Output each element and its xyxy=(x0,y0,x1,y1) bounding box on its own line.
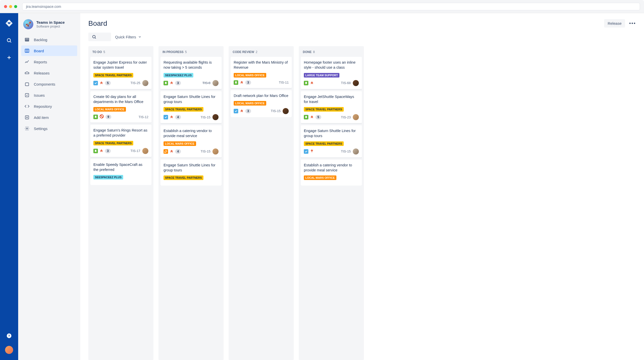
issue-card[interactable]: Engage JetShuttle SpaceWays for travelSP… xyxy=(301,91,362,123)
maximize-window-button[interactable] xyxy=(14,5,17,8)
issue-card[interactable]: Register with the Mars Ministry of Reven… xyxy=(231,57,292,88)
epic-tag[interactable]: LARGE TEAM SUPPORT xyxy=(304,73,339,78)
project-avatar-icon: 🚀 xyxy=(23,19,33,29)
issue-card[interactable]: Engage Saturn Shuttle Lines for group to… xyxy=(160,91,222,123)
more-menu-icon[interactable]: ••• xyxy=(629,20,636,26)
issue-card[interactable]: Establish a catering vendor to provide m… xyxy=(301,160,362,186)
assignee-avatar[interactable] xyxy=(283,108,289,114)
highest-priority-icon xyxy=(170,81,174,86)
column-cards: Engage Jupiter Express for outer solar s… xyxy=(90,57,151,185)
assignee-avatar[interactable] xyxy=(142,148,148,154)
issue-card[interactable]: Engage Jupiter Express for outer solar s… xyxy=(90,57,151,89)
epic-tag[interactable]: SPACE TRAVEL PARTNERS xyxy=(93,141,133,145)
svg-rect-5 xyxy=(25,41,29,41)
issue-card[interactable]: Homepage footer uses an inline style - s… xyxy=(301,57,362,89)
column-cards: Register with the Mars Ministry of Reven… xyxy=(231,57,292,117)
column-count: 5 xyxy=(185,50,187,54)
sidebar-item-reports[interactable]: Reports xyxy=(21,57,77,67)
search-icon xyxy=(92,35,96,39)
issue-key[interactable]: TIS-17 xyxy=(130,149,140,153)
issue-key[interactable]: TIS-25 xyxy=(130,81,140,85)
epic-tag[interactable]: LOCAL MARS OFFICE xyxy=(93,107,126,112)
svg-rect-6 xyxy=(25,49,29,52)
column-header: DONE8 xyxy=(301,49,362,57)
board-icon xyxy=(24,48,30,54)
assignee-avatar[interactable] xyxy=(353,80,359,86)
issue-key[interactable]: TIS-15 xyxy=(201,149,210,153)
issue-card[interactable]: Engage Saturn Shuttle Lines for group to… xyxy=(301,125,362,158)
card-title: Engage Saturn Shuttle Lines for group to… xyxy=(164,94,219,105)
sidebar-item-issues[interactable]: Issues xyxy=(21,90,77,100)
svg-text:?: ? xyxy=(8,334,10,338)
card-title: Register with the Mars Ministry of Reven… xyxy=(234,60,289,70)
sidebar-item-repository[interactable]: Repository xyxy=(21,101,77,112)
sidebar-label: Issues xyxy=(34,93,45,97)
epic-tag[interactable]: SPACE TRAVEL PARTNERS xyxy=(164,107,203,112)
url-bar[interactable]: jira.teamsinspace.com xyxy=(22,3,640,10)
card-title: Draft network plan for Mars Office xyxy=(234,93,289,98)
card-title: Engage Saturn's Rings Resort as a prefer… xyxy=(93,128,148,138)
epic-tag[interactable]: SEESPACEEZ PLUS xyxy=(164,73,193,78)
sidebar-item-backlog[interactable]: Backlog xyxy=(21,34,77,45)
sidebar-item-settings[interactable]: Settings xyxy=(21,123,77,134)
issue-key[interactable]: TIS-11 xyxy=(279,81,289,84)
assignee-avatar[interactable] xyxy=(353,148,359,155)
issue-key[interactable]: TIS-23 xyxy=(341,115,351,119)
search-icon[interactable] xyxy=(4,35,14,45)
releases-icon xyxy=(24,70,30,76)
story-type-icon xyxy=(234,80,238,85)
issue-card[interactable]: Create 90 day plans for all departments … xyxy=(90,91,151,123)
epic-tag[interactable]: SEESPACEEZ PLUS xyxy=(93,175,123,179)
sidebar-item-board[interactable]: Board xyxy=(21,45,77,56)
issue-card[interactable]: Enable Speedy SpaceCraft as the preferre… xyxy=(90,159,151,185)
high-priority-icon xyxy=(310,149,314,154)
column-title: DONE xyxy=(303,50,312,54)
assignee-avatar[interactable] xyxy=(142,80,148,86)
issue-card[interactable]: Engage Saturn's Rings Resort as a prefer… xyxy=(90,125,151,157)
assignee-avatar[interactable] xyxy=(212,80,219,86)
epic-tag[interactable]: LOCAL MARS OFFICE xyxy=(304,175,336,180)
create-icon[interactable] xyxy=(4,53,14,63)
highest-priority-icon xyxy=(99,81,103,86)
issue-key[interactable]: TIS-8 xyxy=(202,81,210,85)
issue-card[interactable]: Establish a catering vendor to provide m… xyxy=(160,125,222,158)
quick-filters-dropdown[interactable]: Quick Filters xyxy=(115,35,142,39)
page-title: Board xyxy=(88,19,107,28)
assignee-avatar[interactable] xyxy=(353,114,359,120)
user-avatar[interactable] xyxy=(5,346,13,354)
epic-tag[interactable]: SPACE TRAVEL PARTNERS xyxy=(304,107,344,112)
issue-card[interactable]: Requesting available flights is now taki… xyxy=(160,57,222,89)
epic-tag[interactable]: LOCAL MARS OFFICE xyxy=(234,101,266,106)
card-title: Establish a catering vendor to provide m… xyxy=(304,163,359,173)
minimize-window-button[interactable] xyxy=(9,5,12,8)
close-window-button[interactable] xyxy=(4,5,7,8)
board-search-input[interactable] xyxy=(88,33,111,41)
jira-logo-icon[interactable] xyxy=(5,19,13,28)
task-type-icon xyxy=(304,149,308,154)
issue-card[interactable]: Draft network plan for Mars OfficeLOCAL … xyxy=(231,90,292,117)
issue-card[interactable]: Engage Saturn Shuttle Lines for group to… xyxy=(160,160,222,186)
issue-key[interactable]: TIS-15 xyxy=(341,149,351,153)
epic-tag[interactable]: SPACE TRAVEL PARTNERS xyxy=(164,175,203,180)
epic-tag[interactable]: LOCAL MARS OFFICE xyxy=(164,141,196,146)
sidebar-item-add[interactable]: Add item xyxy=(21,112,77,123)
sidebar-label: Add item xyxy=(34,115,49,120)
release-button[interactable]: Release xyxy=(604,19,625,28)
epic-tag[interactable]: LOCAL MARS OFFICE xyxy=(234,73,266,78)
help-icon[interactable]: ? xyxy=(4,331,14,341)
epic-tag[interactable]: SPACE TRAVEL PARTNERS xyxy=(304,141,344,146)
column-header: CODE REVIEW2 xyxy=(231,49,292,57)
sidebar-item-releases[interactable]: Releases xyxy=(21,68,77,78)
global-nav: ? xyxy=(0,13,18,360)
issue-key[interactable]: TIS-68 xyxy=(341,81,351,85)
issue-key[interactable]: TIS-15 xyxy=(271,109,281,113)
assignee-avatar[interactable] xyxy=(212,148,219,155)
project-header[interactable]: 🚀 Teams in Space Software project xyxy=(21,19,77,34)
sidebar-item-components[interactable]: Components xyxy=(21,79,77,89)
story-points-badge: 5 xyxy=(105,81,111,85)
issue-key[interactable]: TIS-15 xyxy=(201,115,210,119)
board-column: DONE8Homepage footer uses an inline styl… xyxy=(299,46,364,360)
epic-tag[interactable]: SPACE TRAVEL PARTNERS xyxy=(93,73,133,78)
issue-key[interactable]: TIS-12 xyxy=(139,115,148,119)
assignee-avatar[interactable] xyxy=(212,114,219,120)
